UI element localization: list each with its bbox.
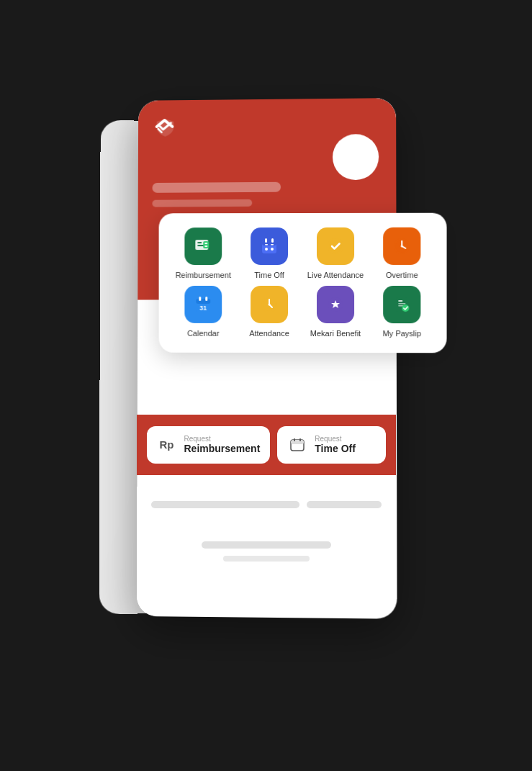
grid-row-1: Reimbursement Time Off [170, 227, 435, 279]
svg-text:31: 31 [199, 305, 207, 312]
request-reimbursement-text: Request Reimbursement [184, 435, 261, 454]
header-avatar [332, 134, 378, 180]
grid-item-timeoff[interactable]: Time Off [239, 227, 299, 280]
grid-item-mekaribenefit[interactable]: Mekari Benefit [305, 286, 365, 338]
request-reimbursement-value: Reimbursement [184, 443, 261, 454]
liveattendance-label: Live Attendance [307, 270, 363, 279]
request-reimbursement-btn[interactable]: Rp Request Reimbursement [147, 426, 271, 464]
center-bar-small [223, 556, 310, 562]
center-bar-wrap [151, 541, 382, 549]
grid-item-liveattendance[interactable]: Live Attendance [305, 227, 365, 279]
svg-rect-3 [203, 241, 209, 248]
grid-card: Reimbursement Time Off [158, 212, 446, 353]
mekaribenefit-label: Mekari Benefit [310, 329, 360, 338]
grid-item-overtime[interactable]: Overtime [371, 227, 432, 279]
request-timeoff-text: Request Time Off [315, 435, 356, 454]
request-reimbursement-label: Request [184, 435, 261, 443]
grid-item-calendar[interactable]: 31 Calendar [173, 286, 233, 338]
request-timeoff-value: Time Off [315, 443, 356, 454]
overtime-icon [383, 227, 420, 264]
content-bar-1 [151, 501, 300, 508]
mypayslip-label: My Payslip [382, 329, 420, 338]
calendar-label: Calendar [187, 329, 219, 338]
attendance-label: Attendance [249, 329, 289, 338]
request-timeoff-btn[interactable]: Request Time Off [277, 426, 385, 464]
header-name-bar [152, 181, 281, 192]
reimbursement-icon [184, 227, 222, 265]
svg-rect-39 [294, 438, 295, 441]
attendance-icon [251, 286, 288, 323]
liveattendance-icon [317, 227, 354, 264]
calendar-icon: 31 [184, 286, 222, 323]
mekaribenefit-icon [317, 286, 354, 323]
svg-rect-7 [262, 240, 276, 245]
header-sub-bar [152, 199, 252, 207]
scene: Reimbursement Time Off [79, 62, 454, 710]
request-section: Rp Request Reimbursement Request Time Of… [137, 415, 396, 475]
rp-icon: Rp [157, 435, 177, 455]
overtime-label: Overtime [385, 270, 418, 279]
content-bar-2 [307, 501, 381, 508]
mypayslip-icon [383, 286, 420, 323]
timeoff-label: Time Off [254, 271, 284, 280]
reimbursement-label: Reimbursement [175, 271, 230, 280]
center-bar [202, 541, 331, 549]
grid-row-2: 31 Calendar Attendance [170, 286, 435, 338]
request-timeoff-label: Request [315, 435, 356, 443]
content-bars-1 [151, 501, 382, 508]
grid-item-mypayslip[interactable]: My Payslip [371, 286, 432, 338]
timeoff-icon [251, 227, 288, 265]
svg-rect-38 [291, 440, 304, 444]
grid-item-reimbursement[interactable]: Reimbursement [173, 227, 233, 280]
svg-rect-40 [299, 438, 301, 441]
grid-item-attendance[interactable]: Attendance [239, 286, 299, 338]
svg-rect-22 [196, 299, 210, 304]
bottom-content [137, 487, 396, 616]
calendar-small-icon [287, 435, 307, 455]
